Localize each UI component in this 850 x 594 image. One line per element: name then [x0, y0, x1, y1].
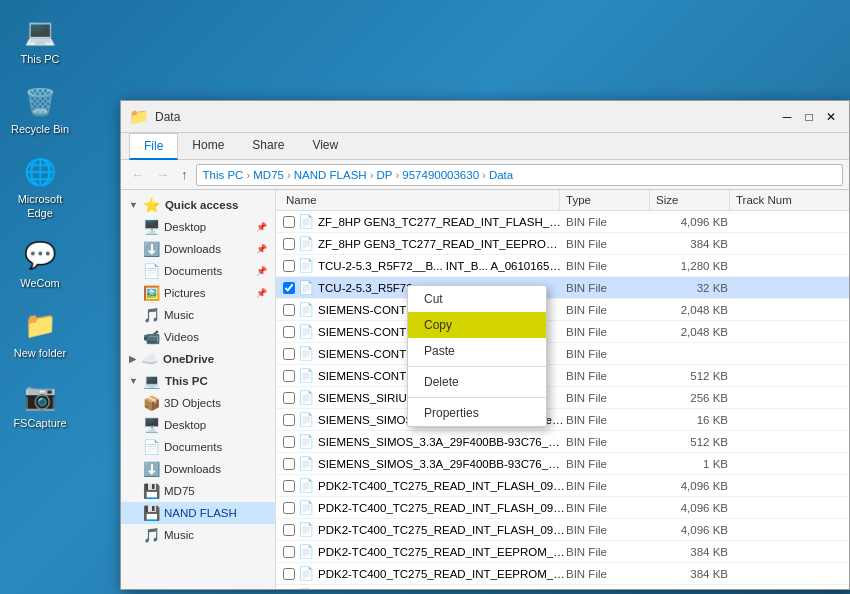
row-checkbox[interactable]	[280, 326, 298, 338]
row-checkbox[interactable]	[280, 260, 298, 272]
sidebar-item-desktop-pc[interactable]: 🖥️ Desktop	[121, 414, 275, 436]
sidebar-item-downloads-pc[interactable]: ⬇️ Downloads	[121, 458, 275, 480]
row-checkbox[interactable]	[280, 502, 298, 514]
row-checkbox[interactable]	[280, 480, 298, 492]
minimize-button[interactable]: ─	[777, 107, 797, 127]
sidebar-item-music-qa[interactable]: 🎵 Music	[121, 304, 275, 326]
table-row[interactable]: 📄 SIEMENS-CONTI...h... BIN File	[276, 343, 849, 365]
tab-home[interactable]: Home	[178, 133, 238, 159]
onedrive-header[interactable]: ▶ ☁️ OneDrive	[121, 348, 275, 370]
row-checkbox[interactable]	[280, 370, 298, 382]
col-header-name[interactable]: Name	[280, 190, 560, 210]
table-row[interactable]: 📄 ZF_8HP GEN3_TC277_READ_INT_FLASH_08151…	[276, 211, 849, 233]
tab-share[interactable]: Share	[238, 133, 298, 159]
context-menu-copy[interactable]: Copy	[408, 312, 546, 338]
file-type-icon: 📄	[298, 236, 314, 251]
row-checkbox[interactable]	[280, 216, 298, 228]
sidebar-item-documents-qa[interactable]: 📄 Documents 📌	[121, 260, 275, 282]
breadcrumb-this-pc[interactable]: This PC	[203, 169, 244, 181]
sidebar-item-md75[interactable]: 💾 MD75	[121, 480, 275, 502]
maximize-button[interactable]: □	[799, 107, 819, 127]
sidebar-item-downloads-qa[interactable]: ⬇️ Downloads 📌	[121, 238, 275, 260]
context-menu-paste[interactable]: Paste	[408, 338, 546, 364]
row-checkbox[interactable]	[280, 546, 298, 558]
breadcrumb-data[interactable]: Data	[489, 169, 513, 181]
desktop-icon-recycle-bin[interactable]: 🗑️ Recycle Bin	[5, 80, 75, 140]
row-checkbox[interactable]	[280, 436, 298, 448]
breadcrumb-nand-flash[interactable]: NAND FLASH	[294, 169, 367, 181]
desktop-icon-new-folder[interactable]: 📁 New folder	[5, 304, 75, 364]
desktop-icon-wecom[interactable]: 💬 WeCom	[5, 234, 75, 294]
context-menu-delete[interactable]: Delete	[408, 369, 546, 395]
row-checkbox[interactable]	[280, 524, 298, 536]
table-row[interactable]: 📄 PDK2-TC400_TC275_READ_INT_EEPROM_09260…	[276, 563, 849, 585]
sidebar-item-nand-flash[interactable]: 💾 NAND FLASH	[121, 502, 275, 524]
table-row[interactable]: 📄 TCU-2-5.3_R5F72... BIN File 32 KB	[276, 277, 849, 299]
sidebar-item-documents-pc[interactable]: 📄 Documents	[121, 436, 275, 458]
file-list-area[interactable]: Name Type Size Track Num 📄 ZF_8HP GEN3_T…	[276, 190, 849, 589]
breadcrumb-md75[interactable]: MD75	[253, 169, 284, 181]
file-name: PDK2-TC400_TC275_READ_INT_EEPROM_0926110…	[318, 546, 566, 558]
file-size: 384 KB	[656, 546, 736, 558]
pin-icon2: 📌	[256, 244, 267, 254]
row-checkbox[interactable]	[280, 304, 298, 316]
table-row[interactable]: 📄 PDK2-TC400_TC275_READ_INT_FLASH_092517…	[276, 519, 849, 541]
row-checkbox[interactable]	[280, 414, 298, 426]
sidebar-item-desktop-qa[interactable]: 🖥️ Desktop 📌	[121, 216, 275, 238]
this-pc-header[interactable]: ▼ 💻 This PC	[121, 370, 275, 392]
sidebar-item-3d-objects[interactable]: 📦 3D Objects	[121, 392, 275, 414]
row-checkbox[interactable]	[280, 392, 298, 404]
sidebar-item-music-pc[interactable]: 🎵 Music	[121, 524, 275, 546]
breadcrumb-dp[interactable]: DP	[376, 169, 392, 181]
table-row[interactable]: 📄 SIEMENS-CONTI...2... BIN File 2,048 KB	[276, 321, 849, 343]
desktop-icon-edge[interactable]: 🌐 Microsoft Edge	[5, 150, 75, 223]
file-type: BIN File	[566, 370, 656, 382]
table-row[interactable]: 📄 PDK2-TC400_TC275_READ_INT_FLASH_092609…	[276, 497, 849, 519]
breadcrumb[interactable]: This PC › MD75 › NAND FLASH › DP › 95749…	[196, 164, 844, 186]
col-header-type[interactable]: Type	[560, 190, 650, 210]
table-row[interactable]: 📄 PDK2-TC400_TC275_READ_INT_EEPROM_09251…	[276, 585, 849, 589]
pin-icon: 📌	[256, 222, 267, 232]
row-checkbox[interactable]	[280, 282, 298, 294]
sidebar-item-pictures-qa[interactable]: 🖼️ Pictures 📌	[121, 282, 275, 304]
tab-view[interactable]: View	[298, 133, 352, 159]
up-button[interactable]: ↑	[177, 165, 192, 184]
table-row[interactable]: 📄 ZF_8HP GEN3_TC277_READ_INT_EEPROM_0815…	[276, 233, 849, 255]
file-size: 512 KB	[656, 370, 736, 382]
breadcrumb-957[interactable]: 957490003630	[402, 169, 479, 181]
recycle-bin-icon: 🗑️	[22, 84, 58, 120]
table-row[interactable]: 📄 SIEMENS_SIMOS_32_AM29F200BB_EXT_eeprom…	[276, 409, 849, 431]
table-row[interactable]: 📄 SIEMENS-CONTI...2... BIN File 2,048 KB	[276, 299, 849, 321]
wecom-label: WeCom	[20, 277, 60, 290]
table-row[interactable]: 📄 PDK2-TC400_TC275_READ_INT_FLASH_092611…	[276, 475, 849, 497]
context-menu-cut[interactable]: Cut	[408, 286, 546, 312]
table-row[interactable]: 📄 SIEMENS_SIMOS_3.3A_29F400BB-93C76_EXT_…	[276, 431, 849, 453]
row-checkbox[interactable]	[280, 568, 298, 580]
back-button[interactable]: ←	[127, 165, 148, 184]
desktop-icons: 💻 This PC 🗑️ Recycle Bin 🌐 Microsoft Edg…	[0, 0, 80, 594]
file-type: BIN File	[566, 304, 656, 316]
quick-access-header[interactable]: ▼ ⭐ Quick access	[121, 194, 275, 216]
close-button[interactable]: ✕	[821, 107, 841, 127]
file-type-icon: 📄	[298, 390, 314, 405]
new-folder-label: New folder	[14, 347, 67, 360]
row-checkbox[interactable]	[280, 238, 298, 250]
sidebar-item-videos-qa[interactable]: 📹 Videos	[121, 326, 275, 348]
desktop-icon-this-pc[interactable]: 💻 This PC	[5, 10, 75, 70]
forward-button[interactable]: →	[152, 165, 173, 184]
table-row[interactable]: 📄 SIEMENS_SIRIUS_... BIN File 256 KB	[276, 387, 849, 409]
context-menu-properties[interactable]: Properties	[408, 400, 546, 426]
row-checkbox[interactable]	[280, 458, 298, 470]
file-type: BIN File	[566, 480, 656, 492]
table-row[interactable]: 📄 SIEMENS-CONTI...h... BIN File 512 KB	[276, 365, 849, 387]
desktop-icon-fscapture[interactable]: 📷 FSCapture	[5, 374, 75, 434]
context-menu-divider	[408, 366, 546, 367]
row-checkbox[interactable]	[280, 348, 298, 360]
table-row[interactable]: 📄 SIEMENS_SIMOS_3.3A_29F400BB-93C76_EXT_…	[276, 453, 849, 475]
table-row[interactable]: 📄 TCU-2-5.3_R5F72__B... INT_B... A_06101…	[276, 255, 849, 277]
tab-file[interactable]: File	[129, 133, 178, 160]
file-type-icon: 📄	[298, 456, 314, 471]
table-row[interactable]: 📄 PDK2-TC400_TC275_READ_INT_EEPROM_09261…	[276, 541, 849, 563]
col-header-track[interactable]: Track Num	[730, 190, 845, 210]
col-header-size[interactable]: Size	[650, 190, 730, 210]
